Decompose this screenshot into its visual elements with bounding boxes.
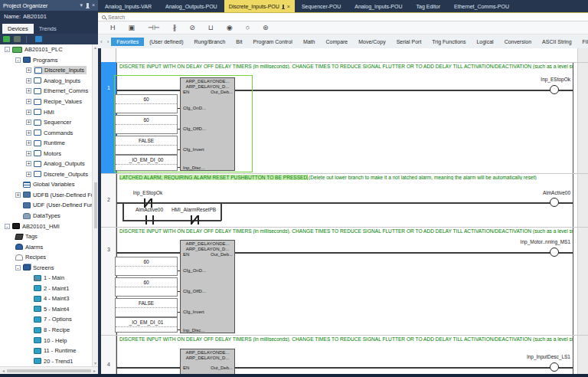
rung2-coil[interactable] [550,198,559,207]
branch-icon[interactable]: ⊔ [208,24,214,31]
rung3-param-offdelay[interactable]: 60 [115,277,178,297]
rung3-param-input[interactable]: _IO_EM_DI_01 [115,317,178,333]
pin-icon[interactable] [283,5,284,8]
tree-item-runtime[interactable]: +Runtime [0,138,92,149]
tree-item-discrete-inputs[interactable]: +Discrete_Inputs [0,65,92,76]
rung3-number[interactable]: 3 [101,247,116,252]
scroll-down-icon[interactable]: ▼ [93,361,97,366]
contact-negated-icon[interactable]: ∦ [173,24,177,31]
contact-icon[interactable]: ⊣⊢ [148,24,160,31]
tree-item-hmi-device[interactable]: -AB20101_HMI [0,221,92,231]
tree-item-screen-maint1[interactable]: 2 - Maint1 [0,284,92,294]
tree-item-datatypes[interactable]: DataTypes [0,211,92,221]
scrollbar-thumb[interactable] [7,369,91,372]
category-program-control[interactable]: Program Control [248,38,298,46]
rung1-param-ondelay[interactable]: 60 [115,94,178,113]
tree-item-screen-maint3[interactable]: 4 - Maint3 [0,293,92,304]
category-conversion[interactable]: Conversion [499,38,537,46]
tree-item-screen-maint4[interactable]: 5 - Maint4 [0,304,92,315]
scroll-left-icon[interactable]: ◄ [2,369,5,373]
rung4-comment[interactable]: DISCRETE INPUT WITH ON DELAY OFF DELAY T… [119,336,573,342]
block-icon[interactable]: ▣ [129,24,136,31]
configure-device-icon[interactable] [35,36,42,42]
category-favorites[interactable]: Favorites [111,38,144,46]
search-input[interactable] [108,15,338,20]
rung4-coil[interactable] [550,362,559,372]
expander-icon[interactable]: + [26,172,31,177]
expander-icon[interactable]: - [5,47,10,52]
tab-analog-inputs-var[interactable]: Analog_Inputs-VAR [98,0,158,12]
category-rung-branch[interactable]: Rung/Branch [189,38,231,46]
tree-item-tags[interactable]: Tags [0,231,92,242]
category-logical[interactable]: Logical [471,38,498,46]
scrollbar-thumb[interactable] [94,182,97,228]
coil-reset-icon[interactable]: ⊛ [263,24,269,31]
category-user-defined[interactable]: (User defined) [144,38,188,46]
tab-devices[interactable]: Devices [2,24,34,34]
expander-icon[interactable]: + [26,88,31,93]
tree-item-screen-runtime[interactable]: 11 - Runtime [0,346,92,356]
rung2-number[interactable]: 2 [101,197,116,202]
tree-item-programs[interactable]: -Programs [0,55,92,66]
tree-horizontal-scrollbar[interactable]: ◄► [0,366,98,374]
category-trig-functions[interactable]: Trig Functions [426,38,471,46]
rung3-coil[interactable] [550,248,559,257]
scroll-right-icon[interactable]: ► [93,369,96,373]
rung1-param-invert[interactable]: FALSE [115,136,178,155]
close-icon[interactable]: × [92,2,95,8]
tree-item-global-variables[interactable]: Global Variables [0,179,92,190]
tree-item-recipes[interactable]: Recipes [0,252,92,263]
expander-icon[interactable]: + [15,192,21,198]
remove-device-icon[interactable] [14,36,21,42]
rung3-function-block[interactable]: ARP_DELAYONDE... ARP_DELAYON_D... EN Out… [180,240,235,333]
tree-item-discrete-outputs[interactable]: +Discrete_Outputs [0,169,92,180]
rung-icon[interactable]: H [110,24,116,31]
expander-icon[interactable]: + [26,67,31,73]
tab-tag-editor[interactable]: Tag Editor [410,0,448,12]
rung4-function-block[interactable]: ARP_DELAYONDE... ARP_DELAYON_D... EN Out… [180,349,235,377]
rung4-number[interactable]: 4 [101,362,116,367]
rung3-param-invert[interactable]: FALSE [115,298,178,317]
expander-icon[interactable]: - [15,265,21,270]
tree-item-analog-inputs[interactable]: +Analog_Inputs [0,76,92,87]
rung1-param-input[interactable]: _IO_EM_DI_00 [115,155,178,171]
tab-analog-inputs-pou[interactable]: Analog_Inputs-POU [348,0,409,12]
rung2-comment[interactable]: LATCHED ALARM, REQUIRING ALARM RESET PUS… [119,175,573,180]
add-device-icon[interactable] [3,36,10,42]
tab-analog-outputs-pou[interactable]: Analog_Outputs-POU [158,0,224,12]
category-serial-port[interactable]: Serial Port [391,38,427,46]
no-contact[interactable] [145,215,147,225]
expander-icon[interactable]: + [26,99,31,104]
tree-item-screens[interactable]: -Screens [0,262,92,273]
tree-item-screen-recipe[interactable]: 8 - Recipe [0,325,92,336]
tree-item-recipe-values[interactable]: +Recipe_Values [0,97,92,107]
expander-icon[interactable]: + [26,161,31,166]
category-math[interactable]: Math [298,38,321,46]
expander-icon[interactable]: + [26,110,31,115]
tab-trends[interactable]: Trends [34,24,62,34]
tree-item-screen-help[interactable]: 10 - Help [0,335,92,346]
tab-ethernet-comms-pou[interactable]: Ethernet_Comms-POU [447,0,516,12]
rung1-function-block[interactable]: ARP_DELAYONDE... ARP_DELAYON_D... EN Out… [180,77,235,171]
tree-item-hmi-pou[interactable]: +HMI [0,107,92,117]
tree-item-plc[interactable]: -AB20101_PLC [0,44,92,55]
category-ascii-string[interactable]: ASCII String [537,38,577,46]
tree-vertical-scrollbar[interactable]: ▲▼ [92,44,98,366]
expander-icon[interactable]: + [26,120,31,125]
tree-item-screen-main[interactable]: 1 - Main [0,273,92,284]
tree-item-ethernet-comms[interactable]: +Ethernet_Comms [0,86,92,97]
tree-item-sequencer[interactable]: +Sequencer [0,117,92,128]
coil-negated-icon[interactable]: ⊘ [189,24,195,31]
tree-item-udf[interactable]: UDF (User-Defined Fur [0,200,92,211]
expander-icon[interactable]: - [15,57,21,63]
rung3-param-ondelay[interactable]: 60 [115,257,178,276]
expander-icon[interactable]: + [26,151,31,156]
category-file-array[interactable]: File/Array [577,38,588,46]
category-next-icon[interactable]: › [105,38,112,45]
category-compare[interactable]: Compare [320,38,353,46]
tree-item-udfb[interactable]: +UDFB (User-Defined Fu [0,190,92,201]
close-icon[interactable]: × [287,4,290,9]
rung3-comment[interactable]: DISCRETE INPUT WITH ON DELAY OFF DELAY T… [119,228,573,234]
tree-item-screen-trend1[interactable]: 20 - Trend1 [0,356,92,366]
category-move-copy[interactable]: Move/Copy [353,38,390,46]
